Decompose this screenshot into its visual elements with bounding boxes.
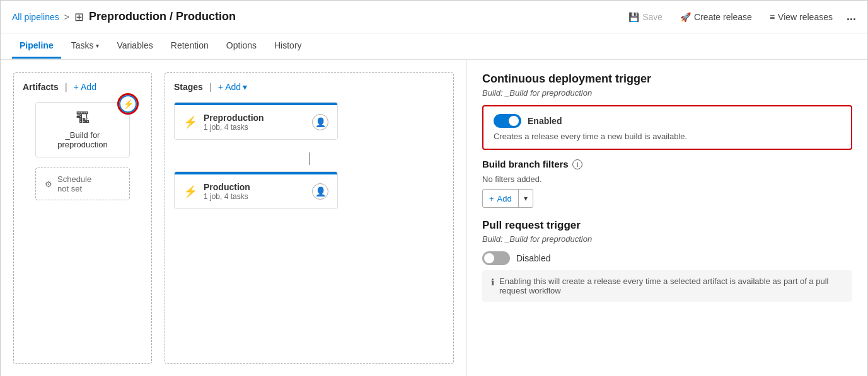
- left-inner: Artifacts | + Add ⚡ 🏗 _Build forpreprodu…: [13, 72, 454, 364]
- pipeline-icon: ⊞: [74, 10, 84, 24]
- create-release-button[interactable]: 🚀 Create release: [676, 9, 756, 25]
- header-right: 💾 Save 🚀 Create release ≡ View releases …: [625, 9, 856, 25]
- stages-section: Stages | + Add ▾ ⚡ Preproduction: [165, 72, 454, 364]
- stages-header: Stages | + Add ▾: [174, 82, 444, 92]
- build-artifact-icon: 🏗: [76, 110, 90, 127]
- pr-info-icon: ℹ: [491, 277, 494, 287]
- connector-line: [309, 152, 310, 165]
- stage-user-icon: 👤: [312, 114, 328, 130]
- pull-request-trigger-section: Pull request trigger Build: _Build for p…: [482, 219, 852, 302]
- artifacts-title: Artifacts: [23, 82, 59, 92]
- stage-lightning-icon: ⚡: [183, 115, 197, 129]
- save-button[interactable]: 💾 Save: [625, 9, 666, 25]
- stage-meta-2: 1 job, 4 tasks: [204, 192, 250, 201]
- tab-variables[interactable]: Variables: [109, 34, 160, 59]
- breadcrumb-separator: >: [64, 12, 69, 22]
- stage-name: Preproduction: [204, 113, 264, 123]
- trigger-badge-button[interactable]: ⚡: [119, 95, 137, 113]
- stage-details: Preproduction 1 job, 4 tasks: [204, 113, 264, 132]
- continuous-deployment-toggle-box: Enabled Creates a release every time a n…: [482, 105, 852, 150]
- add-label: Add: [497, 194, 512, 203]
- add-filter-chevron-button[interactable]: ▾: [519, 191, 533, 206]
- schedule-card[interactable]: ⚙ Schedulenot set: [35, 168, 130, 200]
- artifacts-section: Artifacts | + Add ⚡ 🏗 _Build forpreprodu…: [13, 72, 152, 364]
- toggle-row: Enabled: [494, 114, 841, 128]
- schedule-label: Schedulenot set: [57, 174, 91, 193]
- pr-toggle-switch[interactable]: [482, 251, 510, 265]
- header: All pipelines > ⊞ Preproduction / Produc…: [1, 1, 867, 33]
- toggle-description: Creates a release every time a new build…: [494, 132, 841, 141]
- branch-filters-title: Build branch filters i: [482, 159, 852, 169]
- schedule-icon: ⚙: [45, 179, 52, 189]
- stage-info-2: ⚡ Production 1 job, 4 tasks: [183, 182, 250, 201]
- no-filters-text: No filters added.: [482, 174, 852, 184]
- stage-details-2: Production 1 job, 4 tasks: [204, 182, 250, 201]
- artifact-card: ⚡ 🏗 _Build forpreproduction: [35, 102, 130, 157]
- pr-build-label: Build: _Build for preproduction: [482, 234, 852, 244]
- artifacts-add-button[interactable]: + Add: [74, 82, 96, 92]
- artifact-name: _Build forpreproduction: [57, 130, 108, 149]
- breadcrumb-link[interactable]: All pipelines: [12, 12, 59, 22]
- build-branch-filters-section: Build branch filters i No filters added.…: [482, 159, 852, 208]
- stage-card-preproduction[interactable]: ⚡ Preproduction 1 job, 4 tasks 👤: [174, 102, 338, 140]
- branch-filters-info-icon[interactable]: i: [572, 159, 582, 169]
- rocket-icon: 🚀: [680, 12, 691, 22]
- pr-trigger-title: Pull request trigger: [482, 219, 852, 232]
- stage-lightning-icon-2: ⚡: [183, 185, 197, 198]
- stage-user-icon-2: 👤: [312, 183, 328, 200]
- pr-info-box: ℹ Enabling this will create a release ev…: [482, 270, 852, 302]
- pr-info-text: Enabling this will create a release ever…: [499, 276, 843, 295]
- stages-add-chevron-icon: ▾: [243, 82, 247, 92]
- left-panel: Artifacts | + Add ⚡ 🏗 _Build forpreprodu…: [1, 60, 467, 376]
- pr-toggle-label: Disabled: [516, 253, 550, 263]
- artifacts-sep: |: [65, 82, 67, 92]
- add-filter-button[interactable]: + Add: [483, 191, 518, 207]
- right-panel: Continuous deployment trigger Build: _Bu…: [467, 60, 867, 376]
- view-releases-button[interactable]: ≡ View releases: [766, 9, 836, 25]
- stages-title: Stages: [174, 82, 203, 92]
- stage-meta: 1 job, 4 tasks: [204, 123, 264, 132]
- cd-toggle-switch[interactable]: [494, 114, 521, 128]
- stages-sep: |: [209, 82, 212, 92]
- pipeline-title: Preproduction / Production: [89, 10, 236, 23]
- plus-icon: +: [489, 194, 494, 203]
- tab-history[interactable]: History: [267, 34, 310, 59]
- trigger-panel-title: Continuous deployment trigger: [482, 72, 852, 86]
- stage-body-2: ⚡ Production 1 job, 4 tasks 👤: [175, 174, 337, 208]
- tab-retention[interactable]: Retention: [163, 34, 216, 59]
- list-icon: ≡: [770, 12, 775, 22]
- pr-slider: [482, 251, 510, 265]
- nav-tabs: Pipeline Tasks ▾ Variables Retention Opt…: [1, 33, 867, 60]
- stage-info: ⚡ Preproduction 1 job, 4 tasks: [183, 113, 264, 132]
- stage-name-2: Production: [204, 182, 250, 192]
- add-filter-button-group: + Add ▾: [482, 189, 533, 208]
- main-content: Artifacts | + Add ⚡ 🏗 _Build forpreprodu…: [1, 60, 867, 376]
- stage-body: ⚡ Preproduction 1 job, 4 tasks 👤: [175, 105, 337, 139]
- toggle-enabled-label: Enabled: [528, 116, 562, 126]
- tab-tasks[interactable]: Tasks ▾: [64, 34, 107, 59]
- tasks-chevron-icon: ▾: [96, 42, 99, 49]
- tab-pipeline[interactable]: Pipeline: [12, 34, 61, 59]
- more-options-button[interactable]: ...: [847, 10, 856, 23]
- header-left: All pipelines > ⊞ Preproduction / Produc…: [12, 10, 236, 24]
- trigger-build-label: Build: _Build for preproduction: [482, 88, 852, 98]
- tab-options[interactable]: Options: [219, 34, 264, 59]
- cd-slider: [494, 114, 521, 128]
- save-icon: 💾: [628, 12, 639, 22]
- pr-toggle-row: Disabled: [482, 251, 852, 265]
- stages-add-button[interactable]: + Add ▾: [218, 82, 247, 92]
- artifacts-header: Artifacts | + Add: [23, 82, 142, 92]
- stage-card-production[interactable]: ⚡ Production 1 job, 4 tasks 👤: [174, 171, 338, 209]
